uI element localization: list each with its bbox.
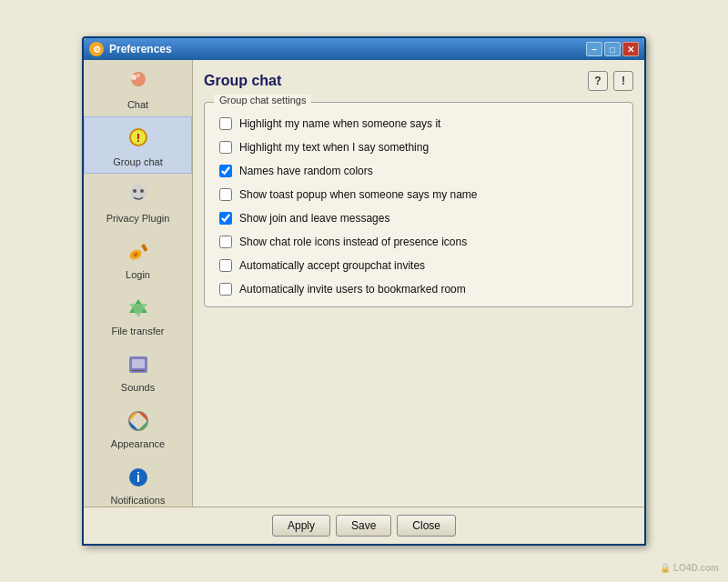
checkbox-row-highlight-text: Highlight my text when I say something xyxy=(219,141,618,154)
close-button[interactable]: Close xyxy=(397,515,456,537)
sidebar-item-appearance[interactable]: Appearance xyxy=(84,399,192,456)
svg-point-2 xyxy=(136,74,140,77)
sidebar-item-label-sounds: Sounds xyxy=(121,382,155,393)
checkbox-random-colors[interactable] xyxy=(219,165,232,177)
sidebar-item-file-transfer[interactable]: File transfer xyxy=(84,286,192,343)
main-content: Group chat ? ! Group chat settings Highl… xyxy=(193,60,644,507)
title-bar: ⚙ Preferences – □ ✕ xyxy=(84,38,644,60)
close-window-button[interactable]: ✕ xyxy=(622,42,639,56)
window-icon: ⚙ xyxy=(89,42,104,56)
info-button[interactable]: ! xyxy=(613,71,633,91)
checkbox-label-auto-accept[interactable]: Automatically accept groupchat invites xyxy=(239,259,425,272)
sidebar-item-chat[interactable]: Chat xyxy=(84,60,192,116)
svg-rect-10 xyxy=(141,244,147,252)
checkbox-row-join-leave: Show join and leave messages xyxy=(219,212,618,225)
checkbox-highlight-text[interactable] xyxy=(219,141,232,154)
checkbox-row-highlight-name: Highlight my name when someone says it xyxy=(219,117,618,130)
svg-rect-15 xyxy=(132,370,145,371)
checkbox-label-highlight-name[interactable]: Highlight my name when someone says it xyxy=(239,117,440,130)
checkbox-label-highlight-text[interactable]: Highlight my text when I say something xyxy=(239,141,429,154)
sidebar-item-label-login: Login xyxy=(126,269,150,280)
appearance-icon xyxy=(124,406,153,436)
minimize-button[interactable]: – xyxy=(586,42,602,56)
settings-group-legend: Group chat settings xyxy=(214,95,311,105)
svg-point-1 xyxy=(131,75,136,80)
sidebar-item-label-file-transfer: File transfer xyxy=(111,326,164,336)
svg-text:i: i xyxy=(136,470,140,485)
preferences-window: ⚙ Preferences – □ ✕ Chat ! Group chat Pr… xyxy=(82,36,646,546)
sounds-icon xyxy=(124,350,153,379)
settings-group: Group chat settings Highlight my name wh… xyxy=(204,102,633,307)
sidebar-item-label-group-chat: Group chat xyxy=(113,156,162,167)
checkbox-label-role-icons[interactable]: Show chat role icons instead of presence… xyxy=(239,236,467,248)
checkbox-join-leave[interactable] xyxy=(219,212,232,225)
sidebar-item-label-privacy-plugin: Privacy Plugin xyxy=(106,213,170,224)
checkbox-auto-accept[interactable] xyxy=(219,259,232,272)
checkboxes-container: Highlight my name when someone says itHi… xyxy=(219,117,618,296)
checkbox-role-icons[interactable] xyxy=(219,236,232,248)
checkbox-auto-invite[interactable] xyxy=(219,283,232,296)
page-title: Group chat xyxy=(204,73,281,89)
title-bar-buttons: – □ ✕ xyxy=(586,42,639,56)
sidebar-item-privacy-plugin[interactable]: Privacy Plugin xyxy=(84,174,192,230)
svg-text:!: ! xyxy=(136,131,139,145)
file-transfer-icon xyxy=(124,294,153,323)
save-button[interactable]: Save xyxy=(336,515,391,537)
login-icon xyxy=(124,237,153,266)
watermark: 🔒 LO4D.com xyxy=(660,563,719,573)
window-body: Chat ! Group chat Privacy Plugin Login F… xyxy=(84,60,644,507)
privacy-plugin-icon xyxy=(124,181,153,210)
checkbox-toast-popup[interactable] xyxy=(219,188,232,201)
checkbox-row-auto-invite: Automatically invite users to bookmarked… xyxy=(219,283,618,296)
notifications-icon: i xyxy=(124,463,153,492)
sidebar-item-login[interactable]: Login xyxy=(84,230,192,286)
checkbox-label-join-leave[interactable]: Show join and leave messages xyxy=(239,212,389,225)
sidebar-item-group-chat[interactable]: ! Group chat xyxy=(84,116,192,174)
checkbox-row-auto-accept: Automatically accept groupchat invites xyxy=(219,259,618,272)
apply-button[interactable]: Apply xyxy=(272,515,330,537)
group-chat-icon: ! xyxy=(124,125,153,154)
window-title: Preferences xyxy=(109,43,586,55)
svg-rect-14 xyxy=(132,359,145,368)
sidebar-item-label-notifications: Notifications xyxy=(111,495,166,506)
sidebar-item-notifications[interactable]: i Notifications xyxy=(84,456,192,507)
sidebar-item-label-appearance: Appearance xyxy=(111,438,165,449)
checkbox-row-random-colors: Names have random colors xyxy=(219,165,618,177)
checkbox-row-role-icons: Show chat role icons instead of presence… xyxy=(219,236,618,248)
checkbox-row-toast-popup: Show toast popup when someone says my na… xyxy=(219,188,618,201)
sidebar-item-label-chat: Chat xyxy=(127,99,148,110)
maximize-button[interactable]: □ xyxy=(604,42,621,56)
page-header: Group chat ? ! xyxy=(204,71,633,91)
sidebar-item-sounds[interactable]: Sounds xyxy=(84,343,192,399)
checkbox-highlight-name[interactable] xyxy=(219,117,232,130)
window-footer: Apply Save Close xyxy=(84,507,644,544)
svg-point-6 xyxy=(133,189,136,193)
checkbox-label-auto-invite[interactable]: Automatically invite users to bookmarked… xyxy=(239,283,466,296)
checkbox-label-toast-popup[interactable]: Show toast popup when someone says my na… xyxy=(239,188,477,201)
checkbox-label-random-colors[interactable]: Names have random colors xyxy=(239,165,373,177)
svg-point-7 xyxy=(140,189,144,193)
sidebar: Chat ! Group chat Privacy Plugin Login F… xyxy=(84,60,193,507)
chat-icon xyxy=(124,67,153,96)
help-button[interactable]: ? xyxy=(588,71,608,91)
